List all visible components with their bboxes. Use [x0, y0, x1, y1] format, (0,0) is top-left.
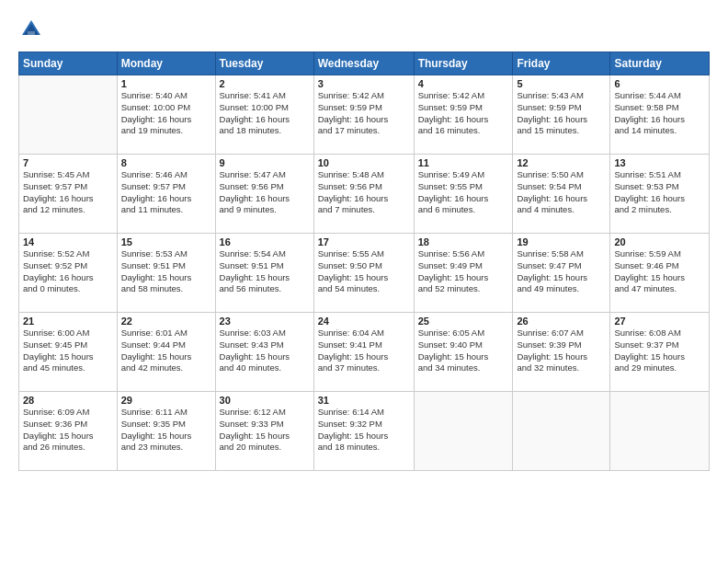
day-info: Sunrise: 6:14 AM Sunset: 9:32 PM Dayligh…	[318, 407, 410, 454]
day-number: 7	[23, 157, 113, 168]
calendar-cell: 31Sunrise: 6:14 AM Sunset: 9:32 PM Dayli…	[313, 392, 414, 471]
day-number: 10	[318, 157, 410, 168]
calendar-cell: 19Sunrise: 5:58 AM Sunset: 9:47 PM Dayli…	[513, 234, 610, 313]
day-info: Sunrise: 5:55 AM Sunset: 9:50 PM Dayligh…	[318, 248, 410, 295]
day-number: 30	[220, 395, 310, 406]
calendar: SundayMondayTuesdayWednesdayThursdayFrid…	[18, 52, 710, 471]
calendar-header: SundayMondayTuesdayWednesdayThursdayFrid…	[19, 52, 710, 75]
day-info: Sunrise: 5:56 AM Sunset: 9:49 PM Dayligh…	[418, 248, 509, 295]
day-number: 15	[121, 236, 211, 247]
calendar-cell: 29Sunrise: 6:11 AM Sunset: 9:35 PM Dayli…	[117, 392, 215, 471]
page: SundayMondayTuesdayWednesdayThursdayFrid…	[0, 0, 728, 563]
day-info: Sunrise: 5:42 AM Sunset: 9:59 PM Dayligh…	[318, 90, 410, 137]
day-info: Sunrise: 6:03 AM Sunset: 9:43 PM Dayligh…	[220, 327, 310, 374]
day-number: 21	[23, 316, 113, 327]
calendar-cell: 10Sunrise: 5:48 AM Sunset: 9:56 PM Dayli…	[313, 155, 414, 234]
calendar-cell: 5Sunrise: 5:43 AM Sunset: 9:59 PM Daylig…	[513, 75, 610, 155]
calendar-cell: 25Sunrise: 6:05 AM Sunset: 9:40 PM Dayli…	[414, 313, 513, 392]
day-info: Sunrise: 5:51 AM Sunset: 9:53 PM Dayligh…	[614, 169, 705, 216]
calendar-cell: 30Sunrise: 6:12 AM Sunset: 9:33 PM Dayli…	[215, 392, 313, 471]
day-number: 5	[517, 78, 606, 89]
calendar-cell: 11Sunrise: 5:49 AM Sunset: 9:55 PM Dayli…	[414, 155, 513, 234]
calendar-cell: 22Sunrise: 6:01 AM Sunset: 9:44 PM Dayli…	[117, 313, 215, 392]
day-number: 4	[418, 78, 509, 89]
logo-icon	[18, 17, 44, 42]
day-number: 19	[517, 236, 606, 247]
calendar-cell: 26Sunrise: 6:07 AM Sunset: 9:39 PM Dayli…	[513, 313, 610, 392]
calendar-cell: 24Sunrise: 6:04 AM Sunset: 9:41 PM Dayli…	[313, 313, 414, 392]
day-info: Sunrise: 5:59 AM Sunset: 9:46 PM Dayligh…	[614, 248, 705, 295]
day-info: Sunrise: 6:09 AM Sunset: 9:36 PM Dayligh…	[23, 407, 113, 454]
day-info: Sunrise: 6:07 AM Sunset: 9:39 PM Dayligh…	[517, 327, 606, 374]
calendar-cell: 17Sunrise: 5:55 AM Sunset: 9:50 PM Dayli…	[313, 234, 414, 313]
weekday-header-wednesday: Wednesday	[313, 52, 414, 75]
day-number: 23	[220, 316, 310, 327]
calendar-cell: 15Sunrise: 5:53 AM Sunset: 9:51 PM Dayli…	[117, 234, 215, 313]
logo	[18, 17, 48, 42]
calendar-cell	[414, 392, 513, 471]
day-number: 14	[23, 236, 113, 247]
day-info: Sunrise: 5:44 AM Sunset: 9:58 PM Dayligh…	[614, 90, 705, 137]
calendar-week-2: 7Sunrise: 5:45 AM Sunset: 9:57 PM Daylig…	[19, 155, 710, 234]
calendar-week-5: 28Sunrise: 6:09 AM Sunset: 9:36 PM Dayli…	[19, 392, 710, 471]
calendar-cell: 3Sunrise: 5:42 AM Sunset: 9:59 PM Daylig…	[313, 75, 414, 155]
day-number: 20	[614, 236, 705, 247]
svg-rect-2	[28, 31, 35, 35]
calendar-cell: 9Sunrise: 5:47 AM Sunset: 9:56 PM Daylig…	[215, 155, 313, 234]
day-number: 8	[121, 157, 211, 168]
calendar-cell: 23Sunrise: 6:03 AM Sunset: 9:43 PM Dayli…	[215, 313, 313, 392]
day-info: Sunrise: 5:43 AM Sunset: 9:59 PM Dayligh…	[517, 90, 606, 137]
day-info: Sunrise: 5:48 AM Sunset: 9:56 PM Dayligh…	[318, 169, 410, 216]
calendar-cell: 18Sunrise: 5:56 AM Sunset: 9:49 PM Dayli…	[414, 234, 513, 313]
day-info: Sunrise: 5:52 AM Sunset: 9:52 PM Dayligh…	[23, 248, 113, 295]
day-number: 2	[220, 78, 310, 89]
calendar-cell: 7Sunrise: 5:45 AM Sunset: 9:57 PM Daylig…	[19, 155, 118, 234]
calendar-week-1: 1Sunrise: 5:40 AM Sunset: 10:00 PM Dayli…	[19, 75, 710, 155]
weekday-header-thursday: Thursday	[414, 52, 513, 75]
calendar-cell: 8Sunrise: 5:46 AM Sunset: 9:57 PM Daylig…	[117, 155, 215, 234]
day-number: 3	[318, 78, 410, 89]
weekday-header-saturday: Saturday	[610, 52, 710, 75]
day-number: 29	[121, 395, 211, 406]
calendar-cell: 12Sunrise: 5:50 AM Sunset: 9:54 PM Dayli…	[513, 155, 610, 234]
calendar-cell: 14Sunrise: 5:52 AM Sunset: 9:52 PM Dayli…	[19, 234, 118, 313]
day-number: 25	[418, 316, 509, 327]
day-info: Sunrise: 6:12 AM Sunset: 9:33 PM Dayligh…	[220, 407, 310, 454]
calendar-cell: 20Sunrise: 5:59 AM Sunset: 9:46 PM Dayli…	[610, 234, 710, 313]
day-info: Sunrise: 6:00 AM Sunset: 9:45 PM Dayligh…	[23, 327, 113, 374]
weekday-header-friday: Friday	[513, 52, 610, 75]
calendar-cell	[19, 75, 118, 155]
day-number: 31	[318, 395, 410, 406]
calendar-cell: 2Sunrise: 5:41 AM Sunset: 10:00 PM Dayli…	[215, 75, 313, 155]
day-number: 13	[614, 157, 705, 168]
day-number: 17	[318, 236, 410, 247]
day-number: 28	[23, 395, 113, 406]
header	[18, 17, 710, 42]
calendar-cell: 21Sunrise: 6:00 AM Sunset: 9:45 PM Dayli…	[19, 313, 118, 392]
day-number: 9	[220, 157, 310, 168]
day-number: 26	[517, 316, 606, 327]
day-number: 27	[614, 316, 705, 327]
day-number: 24	[318, 316, 410, 327]
day-info: Sunrise: 5:58 AM Sunset: 9:47 PM Dayligh…	[517, 248, 606, 295]
weekday-header-tuesday: Tuesday	[215, 52, 313, 75]
weekday-row: SundayMondayTuesdayWednesdayThursdayFrid…	[19, 52, 710, 75]
calendar-cell: 6Sunrise: 5:44 AM Sunset: 9:58 PM Daylig…	[610, 75, 710, 155]
calendar-cell: 4Sunrise: 5:42 AM Sunset: 9:59 PM Daylig…	[414, 75, 513, 155]
weekday-header-monday: Monday	[117, 52, 215, 75]
day-number: 12	[517, 157, 606, 168]
day-info: Sunrise: 5:42 AM Sunset: 9:59 PM Dayligh…	[418, 90, 509, 137]
calendar-cell: 13Sunrise: 5:51 AM Sunset: 9:53 PM Dayli…	[610, 155, 710, 234]
calendar-cell: 27Sunrise: 6:08 AM Sunset: 9:37 PM Dayli…	[610, 313, 710, 392]
day-info: Sunrise: 6:01 AM Sunset: 9:44 PM Dayligh…	[121, 327, 211, 374]
day-number: 11	[418, 157, 509, 168]
calendar-cell	[513, 392, 610, 471]
calendar-body: 1Sunrise: 5:40 AM Sunset: 10:00 PM Dayli…	[19, 75, 710, 471]
day-info: Sunrise: 5:53 AM Sunset: 9:51 PM Dayligh…	[121, 248, 211, 295]
day-number: 6	[614, 78, 705, 89]
calendar-cell: 1Sunrise: 5:40 AM Sunset: 10:00 PM Dayli…	[117, 75, 215, 155]
weekday-header-sunday: Sunday	[19, 52, 118, 75]
day-info: Sunrise: 5:41 AM Sunset: 10:00 PM Daylig…	[220, 90, 310, 137]
calendar-week-3: 14Sunrise: 5:52 AM Sunset: 9:52 PM Dayli…	[19, 234, 710, 313]
day-number: 18	[418, 236, 509, 247]
